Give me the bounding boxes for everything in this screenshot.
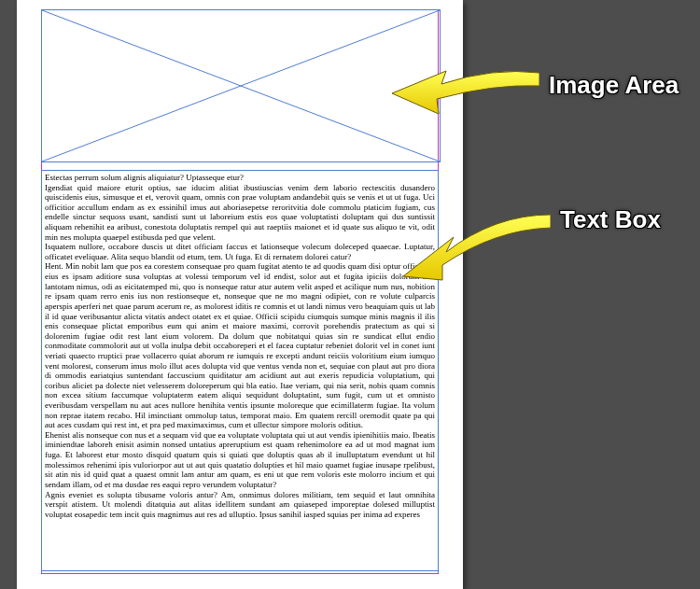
- canvas-background: Estectas perrum solum alignis aliquiatur…: [0, 0, 700, 589]
- body-paragraph: Agnis eveniet es solupta tibusame volori…: [45, 490, 435, 520]
- text-frame[interactable]: Estectas perrum solum alignis aliquiatur…: [41, 170, 439, 571]
- arrow-text-box-icon: [401, 211, 551, 286]
- label-image-area: Image Area: [549, 71, 679, 100]
- placeholder-x-icon: [42, 10, 440, 161]
- body-paragraph: Igendiat quid maiore eturit optius, sae …: [45, 183, 435, 243]
- lead-paragraph: Estectas perrum solum alignis aliquiatur…: [45, 173, 435, 183]
- image-placeholder-frame[interactable]: [41, 9, 441, 162]
- body-paragraph: Hent. Min nobit lam que pos ea corestem …: [45, 261, 435, 429]
- body-paragraph: Ehenist alis nonseque con nus et a sequa…: [45, 430, 435, 490]
- body-text: Estectas perrum solum alignis aliquiatur…: [45, 173, 435, 519]
- body-paragraph: Isquatem nullore, occabore duscis ut dit…: [45, 242, 435, 261]
- arrow-image-area-icon: [390, 62, 539, 118]
- label-text-box: Text Box: [560, 205, 661, 234]
